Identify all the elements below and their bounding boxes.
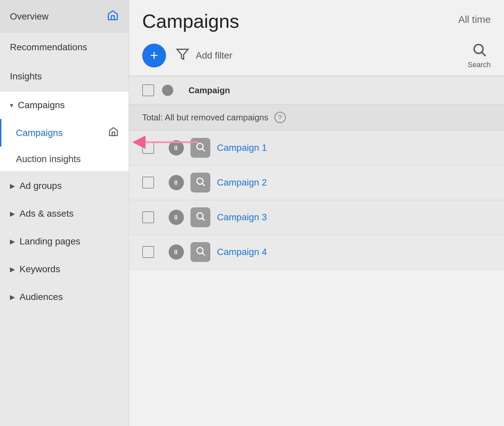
chevron-right-icon-adgroups: ▶ xyxy=(10,182,15,190)
campaign-type-icon-3 xyxy=(190,207,210,227)
insights-label: Insights xyxy=(10,71,42,82)
campaign-name-2[interactable]: Campaign 2 xyxy=(217,177,267,188)
sidebar-item-landing-pages[interactable]: ▶ Landing pages xyxy=(0,228,129,255)
sidebar-item-recommendations[interactable]: Recommendations xyxy=(0,33,129,62)
campaign-name-1[interactable]: Campaign 1 xyxy=(217,143,267,153)
header-checkbox xyxy=(142,84,162,96)
pause-icon-2: ⏸ xyxy=(173,179,180,187)
toolbar: + Add filter Search xyxy=(129,35,504,76)
row-checkbox-2[interactable] xyxy=(142,177,154,189)
plus-icon: + xyxy=(150,49,158,63)
row-checkbox-4[interactable] xyxy=(142,246,154,258)
page-title: Campaigns xyxy=(142,10,239,32)
svg-line-10 xyxy=(202,218,205,221)
table-row: ⏸ Campaign 2 xyxy=(129,165,504,200)
pause-status-1[interactable]: ⏸ xyxy=(169,140,184,155)
overview-label: Overview xyxy=(10,11,49,22)
svg-point-11 xyxy=(197,247,203,254)
total-label: Total: All but removed campaigns xyxy=(142,112,269,123)
filter-icon[interactable] xyxy=(176,48,189,64)
pause-icon-1: ⏸ xyxy=(173,144,180,152)
header-status xyxy=(162,85,182,96)
campaign-name-3[interactable]: Campaign 3 xyxy=(217,212,267,223)
pause-icon-3: ⏸ xyxy=(173,214,180,221)
campaigns-header-label: Campaigns xyxy=(18,100,65,110)
chevron-right-icon-keywords: ▶ xyxy=(10,265,15,273)
campaign-type-icon-1 xyxy=(190,138,210,158)
pause-status-2[interactable]: ⏸ xyxy=(169,175,184,190)
table-row: ⏸ Campaign 1 xyxy=(129,131,504,165)
svg-line-8 xyxy=(202,184,205,186)
search-label: Search xyxy=(468,61,491,69)
svg-rect-1 xyxy=(112,132,115,136)
search-campaign-icon-4 xyxy=(195,246,206,259)
total-row: Total: All but removed campaigns ? xyxy=(129,105,504,131)
sidebar-item-overview[interactable]: Overview xyxy=(0,0,129,33)
sidebar-item-ads-assets[interactable]: ▶ Ads & assets xyxy=(0,200,129,228)
pause-status-4[interactable]: ⏸ xyxy=(169,244,184,260)
sidebar-item-ad-groups[interactable]: ▶ Ad groups xyxy=(0,172,129,200)
sidebar: Overview Recommendations Insights ▾ Camp… xyxy=(0,0,129,426)
campaigns-header[interactable]: ▾ Campaigns xyxy=(0,91,129,119)
chevron-right-icon-audiences: ▶ xyxy=(10,293,15,301)
home-icon-campaigns xyxy=(108,126,119,139)
audiences-label: Audiences xyxy=(20,292,63,302)
main-content: Campaigns All time + Add filter Search xyxy=(129,0,504,426)
search-campaign-icon-2 xyxy=(195,176,206,189)
recommendations-label: Recommendations xyxy=(10,42,87,53)
sidebar-item-audiences[interactable]: ▶ Audiences xyxy=(0,283,129,311)
search-campaign-icon-1 xyxy=(195,142,206,154)
home-icon xyxy=(107,9,119,23)
sidebar-item-insights[interactable]: Insights xyxy=(0,62,129,91)
select-all-checkbox[interactable] xyxy=(142,84,154,96)
campaign-name-4[interactable]: Campaign 4 xyxy=(217,247,267,257)
ads-assets-label: Ads & assets xyxy=(20,208,73,219)
chevron-right-icon-ads: ▶ xyxy=(10,210,15,218)
pause-status-3[interactable]: ⏸ xyxy=(169,210,184,225)
svg-line-12 xyxy=(202,253,205,255)
info-icon[interactable]: ? xyxy=(274,112,286,123)
svg-line-6 xyxy=(202,149,205,151)
campaign-type-icon-4 xyxy=(190,242,210,262)
search-button[interactable]: Search xyxy=(468,42,491,69)
row-checkbox-3[interactable] xyxy=(142,211,154,223)
table-row: ⏸ Campaign 4 xyxy=(129,235,504,270)
svg-point-7 xyxy=(197,178,203,184)
sidebar-item-campaigns[interactable]: Campaigns xyxy=(0,119,129,147)
header-campaign-name: Campaign xyxy=(182,85,491,96)
chevron-right-icon-landing: ▶ xyxy=(10,237,15,245)
search-icon xyxy=(472,42,487,61)
chevron-down-icon: ▾ xyxy=(10,101,13,109)
table-row: ⏸ Campaign 3 xyxy=(129,200,504,235)
auction-insights-label: Auction insights xyxy=(16,154,81,164)
svg-rect-0 xyxy=(111,16,114,20)
table-header: Campaign xyxy=(129,76,504,105)
campaigns-active-label: Campaigns xyxy=(16,128,63,138)
campaign-type-icon-2 xyxy=(190,173,210,192)
svg-point-9 xyxy=(197,213,203,219)
search-campaign-icon-3 xyxy=(195,211,206,224)
campaigns-section: ▾ Campaigns Campaigns Auction insights xyxy=(0,91,129,172)
time-range-label: All time xyxy=(458,14,491,25)
main-header: Campaigns All time xyxy=(129,0,504,35)
svg-line-4 xyxy=(482,53,486,56)
keywords-label: Keywords xyxy=(20,264,60,275)
ad-groups-label: Ad groups xyxy=(20,181,62,191)
svg-marker-2 xyxy=(177,49,188,59)
row-checkbox-1[interactable] xyxy=(142,142,154,154)
sidebar-item-keywords[interactable]: ▶ Keywords xyxy=(0,255,129,283)
pause-icon-4: ⏸ xyxy=(173,248,180,256)
svg-point-3 xyxy=(474,45,483,54)
sidebar-item-auction-insights[interactable]: Auction insights xyxy=(0,147,129,172)
add-button[interactable]: + xyxy=(142,44,166,67)
landing-pages-label: Landing pages xyxy=(20,236,80,247)
header-status-dot xyxy=(162,85,173,96)
svg-point-5 xyxy=(197,143,203,149)
add-filter-label: Add filter xyxy=(196,50,461,61)
